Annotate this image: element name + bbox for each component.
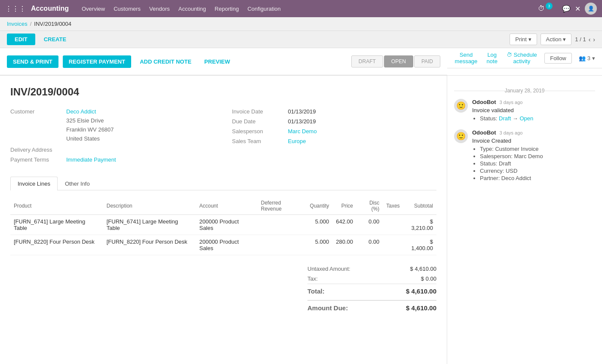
due-date-value: 01/13/2019: [288, 118, 316, 125]
preview-button[interactable]: PREVIEW: [200, 55, 234, 68]
col-description: Description: [103, 197, 196, 215]
message-2-author: OdooBot: [472, 129, 496, 136]
grid-icon[interactable]: ⋮⋮⋮: [5, 5, 26, 13]
print-button[interactable]: Print ▾: [510, 34, 537, 45]
follow-button[interactable]: Follow: [544, 53, 572, 64]
message-2-item-2: Status: Draft: [480, 160, 543, 167]
breadcrumb-separator: /: [30, 21, 32, 27]
clock-icon[interactable]: ⏱: [538, 5, 545, 12]
row-0-cell-6: 0.00: [356, 215, 383, 235]
breadcrumb-current: INV/2019/0004: [34, 21, 71, 27]
row-1-cell-8: $ 1,400.00: [403, 235, 436, 255]
row-0-cell-0: [FURN_6741] Large Meeting Table: [10, 215, 103, 235]
invoice-lines-table: Product Description Account Deferred Rev…: [10, 197, 436, 255]
row-0-cell-2: 200000 Product Sales: [196, 215, 257, 235]
address-line3: United States: [66, 135, 215, 144]
row-1-cell-2: 200000 Product Sales: [196, 235, 257, 255]
followers-button[interactable]: 👥 3 ▾: [579, 55, 595, 61]
create-button[interactable]: CREATE: [39, 34, 71, 45]
customer-label: Customer: [10, 108, 66, 115]
due-date-label: Due Date: [232, 118, 288, 125]
breadcrumb: Invoices / INV/2019/0004: [0, 17, 602, 31]
row-0-cell-3: [258, 215, 307, 235]
edit-button[interactable]: EDIT: [7, 34, 35, 45]
salesperson-label: Salesperson: [232, 128, 288, 135]
status-paid: PAID: [414, 55, 440, 67]
nav-right: ⏱ 3 💬 ✕ 👤: [538, 3, 597, 15]
field-group-left: Customer Deco Addict 325 Elsie Drive Fra…: [10, 108, 215, 166]
breadcrumb-parent[interactable]: Invoices: [7, 21, 28, 27]
field-group-right: Invoice Date 01/13/2019 Due Date 01/13/2…: [232, 108, 437, 166]
totals-section: Untaxed Amount: $ 4,610.00 Tax: $ 0.00 T…: [10, 264, 436, 313]
tab-invoice-lines[interactable]: Invoice Lines: [10, 177, 58, 190]
sales-team-value[interactable]: Europe: [288, 138, 306, 144]
row-1-cell-3: [258, 235, 307, 255]
amount-due-row: Amount Due: $ 4,610.00: [307, 300, 436, 313]
status-buttons: DRAFT OPEN PAID: [351, 55, 440, 67]
row-1-cell-6: 0.00: [356, 235, 383, 255]
invoice-date-label: Invoice Date: [232, 108, 288, 115]
col-disc: Disc (%): [356, 197, 383, 215]
tax-value: $ 0.00: [421, 275, 436, 282]
register-payment-button[interactable]: REGISTER PAYMENT: [63, 55, 131, 68]
message-2-title: Invoice Created: [472, 138, 543, 144]
tax-label: Tax:: [307, 275, 318, 282]
payment-terms-value[interactable]: Immediate Payment: [66, 156, 116, 163]
pagination: 1 / 1 ‹ ›: [575, 36, 595, 43]
status-open: OPEN: [384, 55, 413, 67]
col-taxes: Taxes: [383, 197, 403, 215]
message-2-item-0: Type: Customer Invoice: [480, 146, 543, 152]
toolbar: EDIT CREATE Print ▾ Action ▾ 1 / 1 ‹ ›: [0, 31, 602, 48]
row-0-cell-8: $ 3,210.00: [403, 215, 436, 235]
action-button[interactable]: Action ▾: [541, 34, 572, 45]
col-price: Price: [332, 197, 356, 215]
nav-links: Overview Customers Vendors Accounting Re…: [82, 6, 538, 12]
log-note-button[interactable]: Log note: [485, 52, 499, 64]
schedule-activity-button[interactable]: ⏱ Schedule activity: [506, 52, 538, 64]
chat-icon[interactable]: 💬: [562, 5, 571, 13]
col-product: Product: [10, 197, 103, 215]
nav-customers[interactable]: Customers: [114, 6, 141, 12]
toolbar-right: Print ▾ Action ▾ 1 / 1 ‹ ›: [510, 34, 595, 45]
nav-vendors[interactable]: Vendors: [149, 6, 170, 12]
pagination-next[interactable]: ›: [593, 36, 595, 43]
status-draft: DRAFT: [351, 55, 383, 67]
row-1-cell-7: [383, 235, 403, 255]
nav-reporting[interactable]: Reporting: [215, 6, 239, 12]
tabs-bar: Invoice Lines Other Info: [10, 177, 436, 190]
tab-other-info[interactable]: Other Info: [58, 177, 97, 190]
message-1-body: OdooBot 3 days ago Invoice validated Sta…: [472, 99, 533, 122]
pagination-prev[interactable]: ‹: [589, 36, 591, 43]
add-credit-note-button[interactable]: ADD CREDIT NOTE: [135, 55, 196, 68]
close-icon[interactable]: ✕: [575, 5, 580, 13]
send-message-button[interactable]: Send message: [454, 52, 478, 64]
nav-overview[interactable]: Overview: [82, 6, 105, 12]
invoice-number: INV/2019/0004: [10, 86, 436, 98]
total-label: Total:: [307, 288, 325, 295]
salesperson-value[interactable]: Marc Demo: [288, 128, 317, 135]
message-1-avatar: 🙂: [454, 99, 468, 113]
invoice-fields: Customer Deco Addict 325 Elsie Drive Fra…: [10, 108, 436, 166]
nav-configuration[interactable]: Configuration: [247, 6, 280, 12]
message-1-list: Status: Draft → Open: [472, 115, 533, 122]
customer-name[interactable]: Deco Addict: [66, 108, 96, 115]
amount-due-value: $ 4,610.00: [406, 304, 436, 312]
chatter: January 28, 2019 🙂 OdooBot 3 days ago In…: [447, 76, 602, 364]
avatar[interactable]: 👤: [585, 3, 597, 15]
notification-badge: 3: [546, 3, 553, 9]
action-dropdown-icon: ▾: [563, 36, 566, 43]
col-subtotal: Subtotal: [403, 197, 436, 215]
message-1-time: 3 days ago: [500, 100, 523, 105]
col-deferred: Deferred Revenue: [258, 197, 307, 215]
row-1-cell-1: [FURN_8220] Four Person Desk: [103, 235, 196, 255]
top-navigation: ⋮⋮⋮ Accounting Overview Customers Vendor…: [0, 0, 602, 17]
payment-terms-label: Payment Terms: [10, 156, 66, 163]
nav-accounting[interactable]: Accounting: [178, 6, 206, 12]
followers-dropdown-icon: ▾: [592, 55, 595, 61]
untaxed-value: $ 4,610.00: [410, 266, 436, 272]
message-1-author: OdooBot: [472, 99, 496, 105]
send-print-button[interactable]: SEND & PRINT: [7, 55, 58, 68]
tax-row: Tax: $ 0.00: [307, 274, 436, 284]
message-2-body: OdooBot 3 days ago Invoice Created Type:…: [472, 129, 543, 182]
total-value: $ 4,610.00: [406, 288, 436, 295]
